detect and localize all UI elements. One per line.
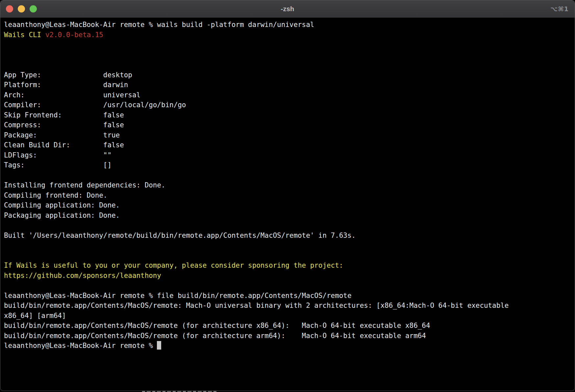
terminal-line xyxy=(4,281,571,291)
terminal-line: Installing frontend dependencies: Done. xyxy=(4,180,571,190)
terminal-line: Wails CLI v2.0.0-beta.15 xyxy=(4,30,571,40)
terminal-line: build/bin/remote.app/Contents/MacOS/remo… xyxy=(4,321,571,331)
keyboard-shortcut-badge: ⌥⌘1 xyxy=(550,0,569,17)
zoom-button[interactable] xyxy=(30,5,37,12)
titlebar[interactable]: -zsh ⌥⌘1 xyxy=(0,0,575,18)
terminal-line: Compress: false xyxy=(4,120,571,130)
terminal-line: x86_64] [arm64] xyxy=(4,311,571,321)
terminal-line xyxy=(4,220,571,231)
terminal-line: Arch: universal xyxy=(4,90,571,100)
terminal-line: Compiling application: Done. xyxy=(4,200,571,210)
terminal-line: Built '/Users/leaanthony/remote/build/bi… xyxy=(4,231,571,241)
terminal-line xyxy=(4,50,571,60)
close-button[interactable] xyxy=(6,5,13,12)
window-title: -zsh xyxy=(0,5,575,13)
terminal-line: Skip Frontend: false xyxy=(4,110,571,120)
terminal-line: build/bin/remote.app/Contents/MacOS/remo… xyxy=(4,331,571,341)
terminal-cursor xyxy=(157,341,161,350)
terminal-line: Tags: [] xyxy=(4,160,571,170)
traffic-lights xyxy=(6,0,37,17)
terminal-line xyxy=(4,60,571,70)
terminal-line: Compiling frontend: Done. xyxy=(4,190,571,201)
terminal-line: leaanthony@Leas-MacBook-Air remote % fil… xyxy=(4,291,571,301)
terminal-line: https://github.com/sponsors/leaanthony xyxy=(4,271,571,281)
terminal-line: Clean Build Dir: false xyxy=(4,140,571,150)
terminal-line: leaanthony@Leas-MacBook-Air remote % wai… xyxy=(4,20,571,30)
terminal-line xyxy=(4,170,571,181)
terminal-line xyxy=(4,40,571,50)
terminal-line: Package: true xyxy=(4,130,571,140)
terminal-line: LDFlags: "" xyxy=(4,150,571,160)
terminal-line: Platform: darwin xyxy=(4,80,571,90)
terminal-line xyxy=(4,240,571,251)
terminal-line: leaanthony@Leas-MacBook-Air remote % xyxy=(4,341,571,351)
terminal-line: App Type: desktop xyxy=(4,70,571,80)
terminal-line xyxy=(4,251,571,261)
terminal-screen[interactable]: leaanthony@Leas-MacBook-Air remote % wai… xyxy=(0,18,575,351)
terminal-line: Compiler: /usr/local/go/bin/go xyxy=(4,100,571,110)
minimize-button[interactable] xyxy=(18,5,25,12)
terminal-line: If Wails is useful to you or your compan… xyxy=(4,260,571,271)
terminal-window: -zsh ⌥⌘1 leaanthony@Leas-MacBook-Air rem… xyxy=(0,0,575,391)
terminal-line: build/bin/remote.app/Contents/MacOS/remo… xyxy=(4,301,571,311)
terminal-line: Packaging application: Done. xyxy=(4,210,571,221)
